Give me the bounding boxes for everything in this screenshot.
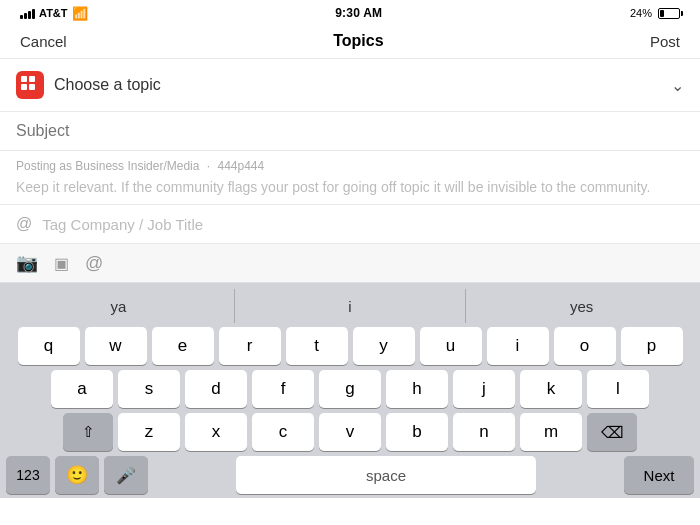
choose-topic-label: Choose a topic bbox=[54, 76, 161, 94]
keyboard: ya i yes q w e r t y u i o p a s d f g h… bbox=[0, 283, 700, 498]
toolbar: 📷 ▣ @ bbox=[0, 244, 700, 283]
mention-icon[interactable]: @ bbox=[85, 253, 103, 274]
next-key[interactable]: Next bbox=[624, 456, 694, 494]
key-r[interactable]: r bbox=[219, 327, 281, 365]
key-row-1: q w e r t y u i o p bbox=[3, 327, 697, 365]
tag-row[interactable]: @ Tag Company / Job Title bbox=[0, 205, 700, 244]
key-t[interactable]: t bbox=[286, 327, 348, 365]
choose-topic-row[interactable]: Choose a topic ⌄ bbox=[0, 59, 700, 112]
subject-input[interactable] bbox=[16, 122, 684, 140]
key-s[interactable]: s bbox=[118, 370, 180, 408]
key-b[interactable]: b bbox=[386, 413, 448, 451]
key-row-3: ⇧ z x c v b n m ⌫ bbox=[3, 413, 697, 451]
key-c[interactable]: c bbox=[252, 413, 314, 451]
key-n[interactable]: n bbox=[453, 413, 515, 451]
status-left: AT&T 📶 bbox=[20, 6, 88, 21]
key-f[interactable]: f bbox=[252, 370, 314, 408]
key-z[interactable]: z bbox=[118, 413, 180, 451]
posting-as-text: Posting as Business Insider/Media bbox=[16, 159, 199, 173]
key-l[interactable]: l bbox=[587, 370, 649, 408]
key-x[interactable]: x bbox=[185, 413, 247, 451]
prediction-i[interactable]: i bbox=[235, 289, 467, 323]
prediction-yes[interactable]: yes bbox=[466, 289, 697, 323]
key-a[interactable]: a bbox=[51, 370, 113, 408]
wifi-icon: 📶 bbox=[72, 6, 88, 21]
body-hint: Keep it relevant. If the community flags… bbox=[16, 177, 684, 198]
bottom-left-keys: 123 🙂 🎤 bbox=[6, 456, 148, 494]
key-h[interactable]: h bbox=[386, 370, 448, 408]
status-time: 9:30 AM bbox=[335, 6, 382, 20]
key-e[interactable]: e bbox=[152, 327, 214, 365]
space-key[interactable]: space bbox=[236, 456, 536, 494]
key-k[interactable]: k bbox=[520, 370, 582, 408]
separator: · bbox=[203, 159, 213, 173]
key-d[interactable]: d bbox=[185, 370, 247, 408]
mic-key[interactable]: 🎤 bbox=[104, 456, 148, 494]
svg-rect-2 bbox=[21, 84, 27, 90]
emoji-key[interactable]: 🙂 bbox=[55, 456, 99, 494]
key-p[interactable]: p bbox=[621, 327, 683, 365]
topic-icon bbox=[16, 71, 44, 99]
shift-key[interactable]: ⇧ bbox=[63, 413, 113, 451]
keyboard-bottom-row: 123 🙂 🎤 space Next bbox=[3, 456, 697, 494]
key-u[interactable]: u bbox=[420, 327, 482, 365]
body-area: Posting as Business Insider/Media · 444p… bbox=[0, 151, 700, 205]
prediction-row: ya i yes bbox=[3, 289, 697, 323]
battery-icon bbox=[658, 8, 680, 19]
grid-icon bbox=[16, 71, 44, 99]
battery-pct-label: 24% bbox=[630, 7, 652, 19]
camera-icon[interactable]: 📷 bbox=[16, 252, 38, 274]
key-o[interactable]: o bbox=[554, 327, 616, 365]
subject-row bbox=[0, 112, 700, 151]
svg-rect-1 bbox=[29, 76, 35, 82]
delete-key[interactable]: ⌫ bbox=[587, 413, 637, 451]
status-bar: AT&T 📶 9:30 AM 24% bbox=[0, 0, 700, 24]
key-w[interactable]: w bbox=[85, 327, 147, 365]
tag-label: Tag Company / Job Title bbox=[42, 216, 203, 233]
key-row-2: a s d f g h j k l bbox=[3, 370, 697, 408]
key-v[interactable]: v bbox=[319, 413, 381, 451]
choose-topic-left: Choose a topic bbox=[16, 71, 161, 99]
carrier-label: AT&T bbox=[39, 7, 68, 19]
key-j[interactable]: j bbox=[453, 370, 515, 408]
key-q[interactable]: q bbox=[18, 327, 80, 365]
key-g[interactable]: g bbox=[319, 370, 381, 408]
status-right: 24% bbox=[630, 7, 680, 19]
key-m[interactable]: m bbox=[520, 413, 582, 451]
key-i[interactable]: i bbox=[487, 327, 549, 365]
cancel-button[interactable]: Cancel bbox=[20, 33, 67, 50]
key-y[interactable]: y bbox=[353, 327, 415, 365]
prediction-ya[interactable]: ya bbox=[3, 289, 235, 323]
posting-as: Posting as Business Insider/Media · 444p… bbox=[16, 159, 684, 173]
nav-bar: Cancel Topics Post bbox=[0, 24, 700, 59]
at-icon: @ bbox=[16, 215, 32, 233]
chevron-down-icon: ⌄ bbox=[671, 76, 684, 95]
svg-rect-0 bbox=[21, 76, 27, 82]
card-icon[interactable]: ▣ bbox=[54, 254, 69, 273]
signal-bars bbox=[20, 7, 35, 19]
nav-title: Topics bbox=[333, 32, 383, 50]
num-key[interactable]: 123 bbox=[6, 456, 50, 494]
svg-rect-3 bbox=[29, 84, 35, 90]
posting-as-code: 444p444 bbox=[217, 159, 264, 173]
post-button[interactable]: Post bbox=[650, 33, 680, 50]
